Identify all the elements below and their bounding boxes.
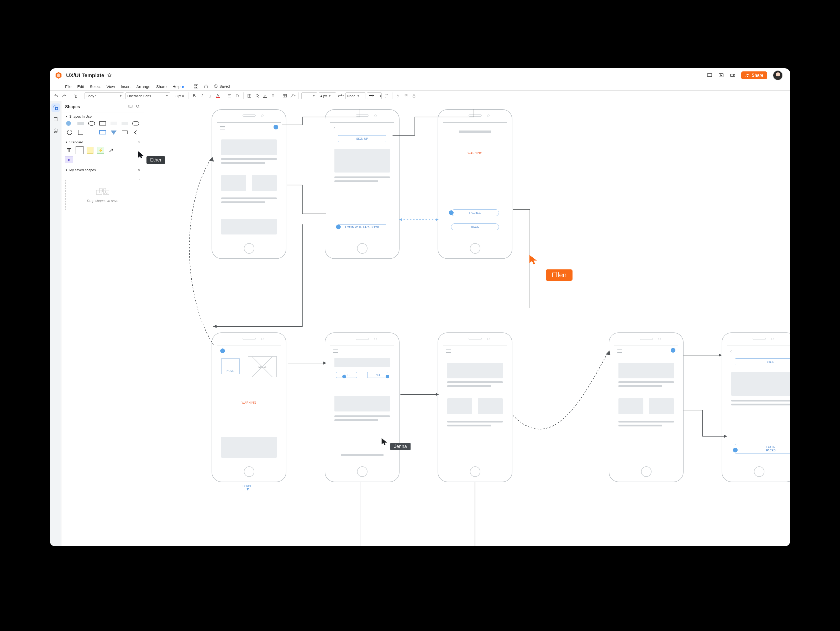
svg-rect-2 bbox=[730, 74, 733, 76]
shape-rect-lighter-icon[interactable] bbox=[121, 120, 129, 126]
wireframe-phone[interactable]: YES NO bbox=[325, 332, 399, 482]
underline-button[interactable]: U bbox=[207, 93, 213, 99]
document-title[interactable]: UX/UI Template bbox=[66, 73, 104, 79]
text-color-button[interactable]: A bbox=[215, 93, 221, 99]
play-tool-icon[interactable]: ▶ bbox=[65, 156, 73, 163]
shape-blue-triangle-icon[interactable] bbox=[110, 130, 118, 135]
section-header-in-use[interactable]: ▼Shapes In Use bbox=[65, 114, 140, 119]
search-shapes-icon[interactable] bbox=[136, 104, 140, 109]
shape-rect-light-icon[interactable] bbox=[110, 120, 118, 126]
login-facebook-button-wireframe[interactable]: LOGIN WITH FACEBOOK bbox=[338, 224, 386, 230]
yes-button-wireframe[interactable]: YES bbox=[336, 372, 357, 378]
bold-button[interactable]: B bbox=[191, 93, 197, 99]
fill-color-button[interactable] bbox=[254, 93, 261, 99]
image-library-icon[interactable] bbox=[128, 104, 133, 109]
shape-rect-outline-icon[interactable] bbox=[99, 120, 107, 126]
shape-circle-outline-icon[interactable] bbox=[66, 130, 74, 135]
text-options-button[interactable]: T▾ bbox=[234, 93, 241, 99]
sticky-note-tool-icon[interactable] bbox=[86, 146, 94, 154]
border-color-button[interactable] bbox=[262, 93, 268, 99]
rail-data-button[interactable] bbox=[51, 127, 60, 135]
line-width-select[interactable]: 4 px▼ bbox=[319, 92, 336, 99]
login-facebook-button-wireframe[interactable]: LOGIN FACEB bbox=[735, 444, 790, 454]
section-header-saved[interactable]: ▼My saved shapes bbox=[65, 168, 140, 172]
comments-icon[interactable] bbox=[707, 73, 712, 78]
menu-share[interactable]: Share bbox=[156, 84, 167, 89]
redo-icon[interactable] bbox=[61, 93, 67, 99]
font-family-select[interactable]: Liberation Sans▼ bbox=[125, 92, 170, 99]
shape-blue-rect-icon[interactable] bbox=[99, 130, 107, 135]
rectangle-tool-icon[interactable] bbox=[76, 146, 84, 154]
no-button-wireframe[interactable]: NO bbox=[367, 372, 388, 378]
flash-icon[interactable] bbox=[395, 93, 401, 99]
wireframe-phone[interactable] bbox=[212, 109, 286, 259]
action-tool-icon[interactable]: ⚡ bbox=[96, 146, 104, 154]
svg-rect-31 bbox=[133, 122, 139, 125]
svg-point-23 bbox=[129, 106, 130, 106]
apps-icon[interactable] bbox=[194, 84, 199, 89]
rail-shapes-button[interactable] bbox=[51, 103, 60, 112]
back-button-wireframe[interactable]: BACK bbox=[451, 223, 499, 230]
shape-library-button[interactable] bbox=[282, 93, 288, 99]
home-tile[interactable]: HOME bbox=[221, 359, 240, 374]
lock-icon[interactable] bbox=[411, 93, 417, 99]
shape-rounded-rect-icon[interactable] bbox=[132, 120, 140, 126]
wireframe-phone[interactable] bbox=[437, 332, 512, 482]
signup-button-wireframe[interactable]: SIGN UP bbox=[338, 135, 386, 142]
wireframe-phone[interactable]: ‹ SIGN UP LOGIN WITH FACEBOOK bbox=[325, 109, 399, 259]
saved-shapes-dropzone[interactable]: T Drop shapes to save bbox=[65, 179, 140, 210]
menu-help[interactable]: Help bbox=[172, 84, 184, 89]
present-icon[interactable] bbox=[718, 73, 724, 78]
magic-button[interactable]: ▾ bbox=[289, 93, 296, 99]
menu-view[interactable]: View bbox=[107, 84, 115, 89]
text-tool-icon[interactable]: T bbox=[65, 146, 73, 154]
canvas[interactable]: ‹ SIGN UP LOGIN WITH FACEBOOK WARNING I … bbox=[144, 101, 790, 546]
wireframe-phone[interactable]: HOME IMAGE WARNING bbox=[212, 332, 286, 482]
undo-icon[interactable] bbox=[53, 93, 59, 99]
agree-button-wireframe[interactable]: I AGREE bbox=[451, 209, 499, 216]
text-style-select[interactable]: Body *▼ bbox=[85, 92, 124, 99]
shape-blank-icon[interactable] bbox=[88, 130, 96, 135]
line-end-select[interactable]: ▼ bbox=[367, 92, 382, 99]
menu-edit[interactable]: Edit bbox=[77, 84, 84, 89]
connector-type-button[interactable]: ▾ bbox=[338, 93, 344, 99]
section-close-saved[interactable]: × bbox=[138, 168, 140, 172]
menu-insert[interactable]: Insert bbox=[121, 84, 131, 89]
shape-square-outline-icon[interactable] bbox=[77, 130, 85, 135]
svg-rect-0 bbox=[707, 74, 712, 77]
swap-ends-icon[interactable] bbox=[383, 93, 390, 99]
format-painter-icon[interactable] bbox=[73, 93, 79, 99]
shape-rect-grey-icon[interactable] bbox=[77, 120, 85, 126]
image-placeholder[interactable]: IMAGE bbox=[248, 356, 277, 377]
record-icon[interactable] bbox=[730, 73, 736, 78]
magnet-icon[interactable] bbox=[403, 93, 409, 99]
saved-indicator[interactable]: Saved bbox=[214, 84, 230, 89]
shape-ellipse-outline-icon[interactable] bbox=[88, 120, 96, 126]
section-close-standard[interactable]: × bbox=[138, 140, 140, 144]
align-button[interactable] bbox=[227, 93, 233, 99]
italic-button[interactable]: I bbox=[199, 93, 205, 99]
menu-select[interactable]: Select bbox=[90, 84, 101, 89]
wireframe-phone[interactable]: ‹ SIGN LOGIN FACEB bbox=[722, 332, 790, 482]
arrow-tool-icon[interactable]: ↗ bbox=[107, 146, 115, 154]
menu-file[interactable]: File bbox=[65, 84, 71, 89]
shape-circle-filled-icon[interactable] bbox=[66, 120, 74, 126]
gradient-button[interactable] bbox=[270, 93, 276, 99]
wireframe-phone[interactable]: WARNING I AGREE BACK bbox=[437, 109, 512, 259]
line-start-select[interactable]: None▼ bbox=[346, 92, 365, 99]
shape-chevron-left-icon[interactable] bbox=[132, 130, 140, 135]
shape-small-rect-icon[interactable] bbox=[121, 130, 129, 135]
rail-page-button[interactable] bbox=[51, 115, 60, 123]
section-header-standard[interactable]: ▼Standard bbox=[65, 140, 140, 144]
share-button[interactable]: Share bbox=[741, 71, 767, 79]
favorite-star-icon[interactable] bbox=[107, 73, 112, 78]
wireframe-phone[interactable] bbox=[609, 332, 684, 482]
font-size-field[interactable]: 8 pt ▲▼ bbox=[175, 94, 186, 98]
menu-arrange[interactable]: Arrange bbox=[136, 84, 150, 89]
shape-fill-button[interactable] bbox=[246, 93, 253, 99]
user-avatar[interactable] bbox=[773, 70, 783, 81]
line-style-select[interactable]: ▼ bbox=[302, 92, 317, 99]
svg-rect-30 bbox=[122, 122, 128, 125]
signup-button-wireframe[interactable]: SIGN bbox=[735, 359, 790, 365]
gift-icon[interactable] bbox=[204, 84, 208, 89]
